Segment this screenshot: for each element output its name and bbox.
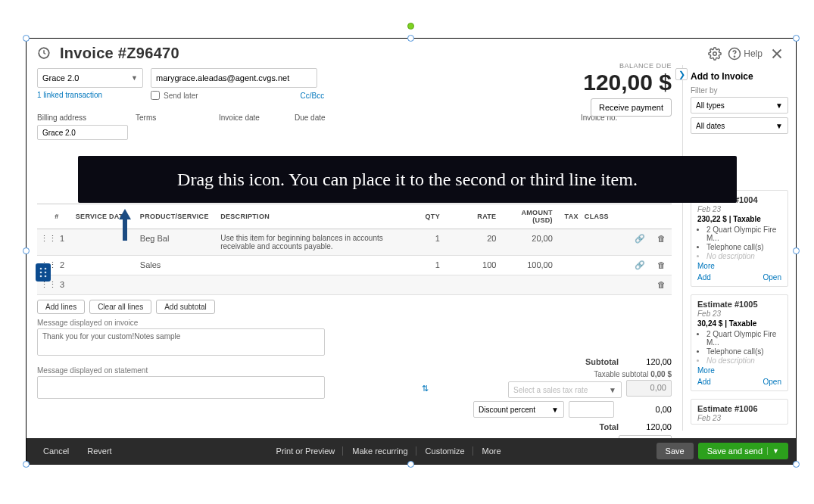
th-num: # (51, 204, 73, 229)
cc-bcc-link[interactable]: Cc/Bcc (301, 92, 325, 100)
linked-transaction-link[interactable]: 1 linked transaction (37, 91, 143, 99)
clear-lines-button[interactable]: Clear all lines (89, 300, 151, 314)
svg-point-4 (40, 268, 42, 270)
balance-due-amount: 120,00 $ (583, 70, 672, 95)
card-title: Estimate #1006 (697, 404, 781, 413)
selection-handle[interactable] (793, 35, 800, 42)
th-class: CLASS (582, 204, 630, 229)
add-lines-button[interactable]: Add lines (37, 300, 85, 314)
sales-tax-select[interactable]: Select a sales tax rate▼ (508, 381, 622, 398)
billing-address-label: Billing address (37, 114, 136, 122)
filter-types-select[interactable]: All types▼ (691, 97, 788, 114)
expand-panel-icon[interactable]: ❯ (675, 68, 688, 80)
selection-handle[interactable] (793, 461, 800, 468)
open-link[interactable]: Open (763, 378, 781, 386)
th-rate: RATE (443, 204, 499, 229)
customer-select[interactable]: Grace 2.0 ▼ (37, 68, 143, 88)
trash-icon[interactable]: 🗑 (650, 275, 672, 295)
receive-payment-button[interactable]: Receive payment (591, 98, 672, 117)
add-subtotal-button[interactable]: Add subtotal (156, 300, 215, 314)
selection-handle[interactable] (407, 35, 414, 42)
svg-point-5 (45, 268, 47, 270)
drag-handle-icon[interactable]: ⋮⋮ (37, 229, 51, 256)
svg-point-6 (40, 272, 42, 274)
list-item: 2 Quart Olympic Fire M... (706, 330, 781, 347)
th-tax: TAX (556, 204, 582, 229)
instruction-tooltip: Drag this icon. You can place it to the … (78, 156, 737, 203)
selection-handle[interactable] (23, 247, 30, 254)
print-preview-button[interactable]: Print or Preview (269, 446, 344, 456)
th-amount: AMOUNT (USD) (499, 204, 555, 229)
selection-handle[interactable] (793, 247, 800, 254)
invoice-date-label: Invoice date (219, 114, 295, 122)
billing-address-input[interactable]: Grace 2.0 (37, 125, 128, 140)
table-row[interactable]: ⋮⋮ 3 🗑 (37, 275, 672, 295)
filter-by-label: Filter by (691, 86, 788, 95)
add-link[interactable]: Add (697, 378, 711, 386)
swap-icon[interactable]: ⇅ (422, 384, 429, 394)
selection-handle[interactable] (407, 461, 414, 468)
send-later-label: Send later (164, 92, 198, 100)
table-row[interactable]: ⋮⋮ 2 Sales 1 100 100,00 🔗 🗑 (37, 256, 672, 275)
tax-amount: 0,00 (626, 380, 672, 397)
th-description: DESCRIPTION (217, 204, 386, 229)
save-and-send-button[interactable]: Save and send ▼ (698, 443, 788, 459)
message-invoice-input[interactable]: Thank you for your custom!Notes sample (37, 328, 325, 356)
th-qty: QTY (387, 204, 443, 229)
selection-handle[interactable] (23, 461, 30, 468)
estimate-card: Estimate #1006 Feb 23 (691, 399, 788, 425)
rotation-handle[interactable] (407, 23, 414, 30)
more-link[interactable]: More (697, 262, 781, 270)
arrow-icon (114, 209, 136, 244)
message-statement-input[interactable] (37, 376, 325, 399)
chevron-down-icon[interactable]: ▼ (767, 447, 779, 455)
selection-handle[interactable] (23, 35, 30, 42)
taxable-subtotal-value: 0,00 $ (650, 370, 672, 378)
due-date-label: Due date (295, 114, 370, 122)
more-link[interactable]: More (697, 366, 781, 375)
cancel-button[interactable]: Cancel (34, 443, 78, 459)
total-label: Total (422, 422, 619, 431)
drag-handle-highlight[interactable] (36, 263, 51, 282)
help-label: Help (744, 48, 763, 59)
list-item: 2 Quart Olympic Fire M... (706, 226, 781, 242)
discount-amount: 0,00 (619, 405, 672, 414)
footer-bar: Cancel Revert Print or Preview Make recu… (27, 438, 796, 464)
gear-icon[interactable] (708, 47, 722, 61)
subtotal-label: Subtotal (422, 357, 619, 366)
open-link[interactable]: Open (763, 273, 781, 282)
card-date: Feb 23 (697, 310, 781, 318)
page-title: Invoice #Z96470 (60, 45, 702, 62)
link-icon[interactable]: 🔗 (630, 256, 651, 275)
revert-button[interactable]: Revert (78, 443, 120, 459)
trash-icon[interactable]: 🗑 (650, 256, 672, 275)
close-icon[interactable] (769, 45, 785, 62)
send-later-checkbox[interactable] (151, 91, 160, 100)
more-button[interactable]: More (475, 446, 509, 456)
taxable-subtotal-label: Taxable subtotal (594, 370, 648, 378)
make-recurring-button[interactable]: Make recurring (345, 446, 416, 456)
link-icon[interactable]: 🔗 (630, 229, 651, 256)
card-summary: 230,22 $ | Taxable (697, 215, 781, 223)
th-product: PRODUCT/SERVICE (137, 204, 217, 229)
discount-select[interactable]: Discount percent▼ (473, 401, 564, 418)
customize-button[interactable]: Customize (418, 446, 473, 456)
filter-dates-select[interactable]: All dates▼ (691, 117, 788, 134)
svg-point-3 (734, 56, 735, 57)
balance-due-label: BALANCE DUE (583, 62, 672, 70)
add-link[interactable]: Add (697, 273, 711, 282)
email-field[interactable] (151, 68, 317, 88)
invoice-editor-frame: Invoice #Z96470 Help BALANCE DUE 120,00 … (26, 38, 797, 465)
history-icon[interactable] (37, 46, 52, 61)
total-value: 120,00 (619, 422, 672, 431)
svg-point-7 (45, 272, 47, 274)
subtotal-value: 120,00 (619, 357, 672, 366)
customer-name: Grace 2.0 (42, 73, 79, 82)
help-button[interactable]: Help (728, 47, 763, 61)
discount-input[interactable] (569, 401, 614, 418)
add-to-invoice-title: Add to Invoice (691, 71, 788, 82)
trash-icon[interactable]: 🗑 (650, 229, 672, 256)
save-button[interactable]: Save (657, 443, 694, 459)
chevron-down-icon: ▼ (131, 74, 138, 82)
list-item: No description (706, 356, 781, 365)
